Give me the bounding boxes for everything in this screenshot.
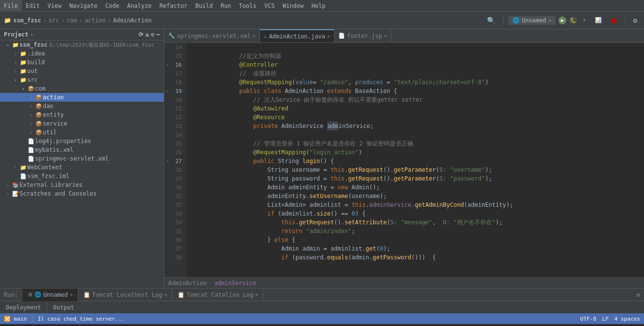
tree-root[interactable]: ▾ 📁 ssm_fzsc G:\tmp\2523\项目源码-IDEA\ssm_f… [0,40,164,49]
menu-build[interactable]: Build [191,0,217,12]
run-panel-settings[interactable]: ⚙ [633,291,644,298]
status-message: Il caso ched_time server... [38,316,125,322]
line-35: 35 [164,227,186,235]
iml-file-icon: 📄 [19,172,27,180]
status-encoding[interactable]: UTF-8 [580,316,596,322]
profile-button[interactable]: 📊 [592,16,605,24]
tab-adminaction[interactable]: ☕ AdminAction.java ✕ [260,29,334,43]
editor-breadcrumb: AdminAction › adminService [164,277,644,288]
line-14: 14 [164,43,186,52]
tree-out[interactable]: › 📁 out [0,67,164,75]
breadcrumb-sep2: › [61,17,65,24]
scratches-icon: 📝 [12,190,19,198]
menu-view[interactable]: View [44,0,66,12]
line-23: 23 [164,122,186,130]
sidebar-sync-icon[interactable]: ⟳ [139,31,143,38]
code-content[interactable]: //定义为控制器 @Controller // 设置路径 @RequestMap… [186,43,644,277]
debug-button[interactable]: 🐛 [569,17,577,24]
menu-refactor[interactable]: Refactor [156,0,191,12]
breadcrumb-adminaction[interactable]: AdminAction [113,17,151,24]
tree-service-label: service [43,120,68,127]
run-tab-unnamed-close[interactable]: ✕ [70,292,72,297]
menu-code[interactable]: Code [102,0,123,12]
tab-footer-close[interactable]: ✕ [384,33,387,38]
tree-webcontent[interactable]: › 📁 WebContent [0,163,164,172]
server-icon: 🖥 [27,291,33,298]
run-config-selector[interactable]: 🌐 Unnamed ▾ [508,16,556,25]
sidebar-gear-icon[interactable]: ⚙ [151,31,155,38]
menu-analyze[interactable]: Analyze [123,0,156,12]
run-label: Run: [0,291,22,298]
tree-springmvc[interactable]: 📄 springmvc-servlet.xml [0,154,164,163]
run-tab-tomcat-localhost-close[interactable]: ✕ [164,292,167,297]
run-config-label: Unnamed [522,17,546,24]
code-line-14 [186,43,644,52]
tree-service[interactable]: › 📦 service [0,119,164,128]
tab-springmvc-close[interactable]: ✕ [253,33,256,38]
sidebar-hide-icon[interactable]: — [157,31,160,38]
tree-webcontent-arrow: › [12,165,19,170]
src-folder-icon: 📁 [19,76,27,84]
tab-springmvc[interactable]: 🔧 springmvc-servlet.xml ✕ [164,29,260,43]
line-30: 30 [164,183,186,192]
line-20: 20 [164,95,186,104]
menu-navigate[interactable]: Navigate [66,0,102,12]
tree-idea[interactable]: › 📁 .idea [0,49,164,58]
webcontent-folder-icon: 📁 [19,163,27,171]
stop-button[interactable]: ⏹ [608,16,620,25]
run-config-arrow: ▾ [548,17,552,24]
tree-iml[interactable]: 📄 ssm_fzsc.iml [0,172,164,181]
toolbar-search[interactable]: 🔍 [484,16,498,25]
coverage-button[interactable]: ⚡ [580,16,589,24]
tree-scratches[interactable]: › 📝 Scratches and Consoles [0,189,164,198]
run-tab-tomcat-localhost[interactable]: 📋 Tomcat Localhost Log ✕ [78,289,173,301]
toolbar-project-name[interactable]: ssm_fzsc [13,17,41,24]
run-tab-tomcat-catalina-close[interactable]: ✕ [255,292,258,297]
tree-scratches-label: Scratches and Consoles [19,190,97,197]
run-tab-tomcat-catalina[interactable]: 📋 Tomcat Catalina Log ✕ [173,289,263,301]
editor-area: 🔧 springmvc-servlet.xml ✕ ☕ AdminAction.… [164,29,644,288]
run-button[interactable]: ▶ [558,17,566,24]
toolbar-project-icon: 📁 [4,17,11,24]
status-line-sep[interactable]: LF [602,316,609,322]
breadcrumb-action[interactable]: action [85,17,105,24]
tree-build[interactable]: › 📁 build [0,58,164,67]
toolbar-settings[interactable]: ⚙ [630,16,640,25]
tree-external-libs[interactable]: › 📚 External Libraries [0,181,164,189]
run-tab-server[interactable]: 🖥 🌐 Unnamed ✕ [22,289,78,301]
tree-log4j[interactable]: 📄 log4j.properties [0,137,164,145]
menu-run[interactable]: Run [217,0,235,12]
run-config-icon: 🌐 [512,17,520,24]
tree-dao[interactable]: › 📦 dao [0,102,164,110]
menu-file[interactable]: File [0,0,22,12]
breadcrumb-com[interactable]: com [67,17,77,24]
menu-vcs[interactable]: VCS [261,0,279,12]
service-folder-icon: 📦 [35,120,43,127]
tab-footer[interactable]: 📄 footer.jsp ✕ [334,29,391,43]
tree-com[interactable]: ▾ 📦 com [0,84,164,93]
breadcrumb-src[interactable]: src [49,17,59,24]
tree-log4j-label: log4j.properties [35,138,91,145]
menu-edit[interactable]: Edit [22,0,44,12]
line-17: 17 [164,69,186,78]
tree-dao-arrow: › [27,104,35,109]
menu-window[interactable]: Window [278,0,307,12]
sidebar-header: Project ▾ ⟳ ⇊ ⚙ — [0,29,164,40]
breadcrumb-adminservice-item[interactable]: adminService [214,280,257,287]
tab-adminaction-icon: ☕ [264,33,267,39]
menu-help[interactable]: Help [308,0,330,12]
line-16: ▾16 [164,60,186,69]
tree-src[interactable]: ▾ 📁 src [0,75,164,84]
tree-action[interactable]: ▾ 📦 action [0,93,164,102]
tree-entity[interactable]: › 📦 entity [0,110,164,119]
menu-tools[interactable]: Tools [235,0,261,12]
tree-util[interactable]: › 📦 util [0,128,164,137]
tab-adminaction-close[interactable]: ✕ [327,34,330,39]
tree-mybatis[interactable]: 📄 mybatis.xml [0,145,164,154]
code-line-17: // 设置路径 [186,69,644,78]
sidebar-collapse-icon[interactable]: ⇊ [145,31,149,38]
status-git[interactable]: 🔀 main [4,316,27,322]
breadcrumb-adminaction-item[interactable]: AdminAction [168,280,207,287]
status-indent[interactable]: 4 spaces [614,316,640,322]
code-line-19: public class AdminAction extends BaseAct… [186,87,644,95]
